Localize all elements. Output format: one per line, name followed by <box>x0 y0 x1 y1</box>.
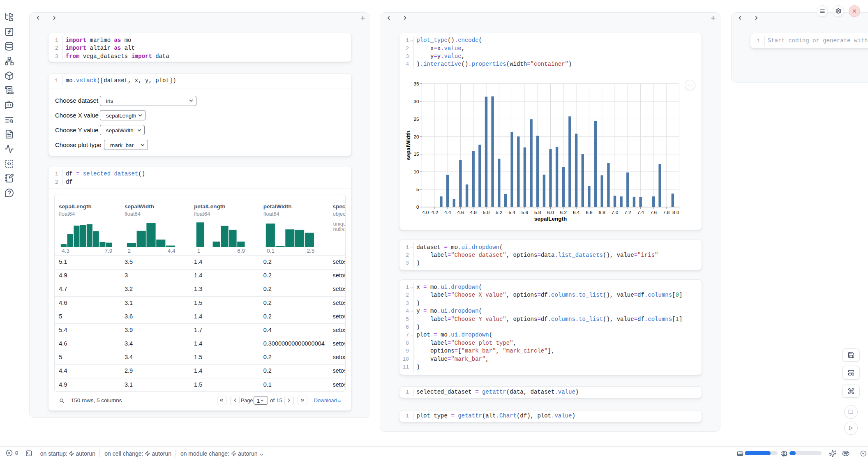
svg-text:8.0: 8.0 <box>672 210 679 215</box>
svg-text:5.4: 5.4 <box>508 210 515 215</box>
svg-text:4.0: 4.0 <box>422 210 429 215</box>
svg-text:6.6: 6.6 <box>586 210 593 215</box>
svg-text:4.2: 4.2 <box>431 210 438 215</box>
svg-text:7.8: 7.8 <box>663 210 669 215</box>
svg-text:5.0: 5.0 <box>482 210 489 215</box>
svg-text:7.0: 7.0 <box>611 210 618 215</box>
svg-text:sepalLength: sepalLength <box>534 216 567 222</box>
svg-text:5.8: 5.8 <box>534 210 541 215</box>
svg-text:5.6: 5.6 <box>521 210 528 215</box>
svg-text:0: 0 <box>416 204 419 210</box>
svg-text:15: 15 <box>413 151 419 157</box>
svg-text:7.6: 7.6 <box>650 210 657 215</box>
svg-text:4.8: 4.8 <box>470 210 477 215</box>
svg-text:10: 10 <box>413 169 419 175</box>
svg-text:6.4: 6.4 <box>573 210 579 215</box>
svg-text:6.0: 6.0 <box>547 210 554 215</box>
svg-text:30: 30 <box>413 99 419 104</box>
svg-text:4.4: 4.4 <box>444 210 451 215</box>
svg-text:6.8: 6.8 <box>598 210 605 215</box>
svg-text:sepalWidth: sepalWidth <box>405 131 411 160</box>
svg-text:5.2: 5.2 <box>496 210 502 215</box>
svg-text:20: 20 <box>413 134 419 139</box>
svg-text:6.2: 6.2 <box>560 210 566 215</box>
svg-text:7.4: 7.4 <box>637 210 644 215</box>
svg-text:35: 35 <box>413 81 419 87</box>
svg-text:25: 25 <box>413 116 419 122</box>
svg-text:7.2: 7.2 <box>624 210 631 215</box>
svg-text:4.6: 4.6 <box>457 210 464 215</box>
svg-text:5: 5 <box>416 187 419 192</box>
